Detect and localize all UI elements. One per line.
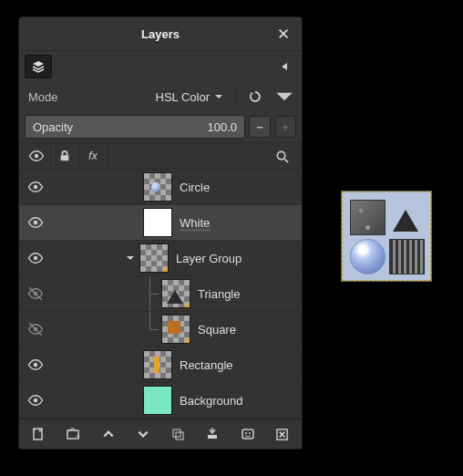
mode-label: Mode [25, 90, 58, 104]
search-icon [275, 150, 289, 163]
new-group-button[interactable]: + [56, 421, 90, 447]
mode-menu-button[interactable] [273, 86, 296, 108]
mode-select[interactable]: HSL Color [64, 86, 228, 108]
visibility-toggle[interactable] [23, 347, 48, 382]
chevron-down-icon [273, 85, 296, 109]
svg-point-19 [249, 432, 251, 434]
chevron-down-icon [137, 428, 149, 440]
layer-thumb [161, 279, 190, 308]
eye-off-icon [27, 285, 44, 302]
layers-icon [31, 59, 46, 74]
merge-down-button[interactable] [195, 421, 230, 447]
visibility-toggle[interactable] [23, 205, 48, 240]
canvas-preview [342, 191, 431, 281]
layer-thumb [143, 386, 172, 415]
col-visibility[interactable] [23, 143, 51, 169]
chevron-up-icon [102, 428, 115, 440]
merge-down-icon [205, 427, 220, 441]
svg-point-9 [34, 398, 38, 403]
mode-row: Mode HSL Color [19, 82, 302, 111]
layer-name[interactable]: Square [198, 323, 236, 336]
svg-rect-14 [173, 429, 180, 437]
eye-icon [27, 179, 44, 195]
visibility-toggle[interactable] [23, 241, 48, 275]
mode-value: HSL Color [156, 90, 210, 104]
mask-icon [241, 427, 255, 441]
preview-triangle [389, 200, 423, 233]
layer-thumb [143, 208, 172, 237]
visibility-toggle[interactable] [23, 276, 48, 311]
lower-layer-button[interactable] [126, 421, 160, 447]
link-cell[interactable] [50, 205, 76, 240]
menu-arrow-icon [279, 61, 290, 72]
eye-icon [27, 392, 44, 409]
col-lock[interactable] [51, 143, 79, 169]
svg-point-8 [34, 363, 38, 367]
layer-columns-header: fx [19, 142, 302, 170]
layer-row[interactable]: Square [19, 312, 302, 347]
opacity-row: Opacity 100.0 − + [19, 111, 302, 142]
mode-reset-button[interactable] [243, 86, 267, 108]
opacity-value: 100.0 [207, 120, 237, 134]
layer-name[interactable]: Layer Group [176, 252, 242, 265]
layer-name[interactable]: Circle [180, 181, 210, 194]
layers-footer: + + [19, 419, 302, 449]
visibility-toggle[interactable] [23, 312, 48, 347]
layer-name[interactable]: Rectangle [180, 358, 233, 372]
layer-row[interactable]: Layer Group [19, 241, 302, 276]
eye-icon [27, 214, 44, 231]
layer-name[interactable]: Triangle [198, 287, 240, 301]
layer-thumb [161, 315, 190, 344]
panel-title: Layers [141, 27, 180, 41]
svg-point-4 [34, 221, 38, 225]
svg-rect-1 [61, 155, 69, 160]
col-effects[interactable]: fx [79, 143, 108, 169]
titlebar: Layers [19, 17, 302, 51]
duplicate-icon [170, 427, 185, 441]
raise-layer-button[interactable] [91, 421, 126, 447]
opacity-decrease[interactable]: − [249, 116, 271, 138]
link-cell[interactable] [50, 312, 76, 347]
new-layer-button[interactable]: + [21, 421, 56, 447]
layer-thumb [139, 243, 169, 273]
reset-icon [248, 89, 262, 104]
link-cell[interactable] [50, 276, 76, 311]
svg-point-0 [35, 154, 39, 159]
opacity-label: Opacity [33, 120, 73, 134]
layer-row[interactable]: Circle [19, 170, 302, 205]
visibility-toggle[interactable] [23, 383, 48, 418]
svg-rect-16 [208, 435, 217, 439]
eye-off-icon [27, 321, 44, 337]
layer-row[interactable]: Triangle [19, 276, 302, 312]
mask-button[interactable] [231, 421, 265, 447]
chevron-down-icon [213, 91, 224, 102]
link-cell[interactable] [50, 383, 76, 418]
layer-row[interactable]: Background [19, 383, 302, 419]
layer-row[interactable]: Rectangle [19, 347, 302, 383]
svg-rect-15 [176, 432, 183, 440]
opacity-increase[interactable]: + [274, 116, 296, 138]
link-cell[interactable] [50, 347, 76, 382]
svg-text:+: + [32, 427, 36, 435]
close-button[interactable] [273, 23, 294, 45]
new-layer-icon: + [31, 427, 46, 441]
chevron-down-icon [125, 253, 136, 264]
duplicate-layer-button[interactable] [160, 421, 195, 447]
link-cell[interactable] [50, 241, 76, 275]
layers-tab[interactable] [25, 55, 52, 78]
group-expander[interactable] [123, 251, 138, 265]
layers-panel: Layers Mode HSL Color [18, 16, 303, 450]
eye-icon [27, 357, 44, 373]
layer-search-button[interactable] [265, 143, 298, 169]
delete-layer-button[interactable] [265, 421, 300, 447]
dock-menu-button[interactable] [273, 56, 296, 78]
opacity-slider[interactable]: Opacity 100.0 [25, 115, 245, 139]
link-cell[interactable] [50, 170, 76, 204]
layer-name[interactable]: White [180, 216, 210, 230]
svg-point-3 [34, 185, 38, 190]
layer-name[interactable]: Background [180, 394, 242, 408]
layer-row[interactable]: White [19, 205, 302, 241]
dock-tabs [19, 51, 302, 82]
visibility-toggle[interactable] [23, 170, 48, 204]
new-group-icon: + [66, 427, 80, 441]
